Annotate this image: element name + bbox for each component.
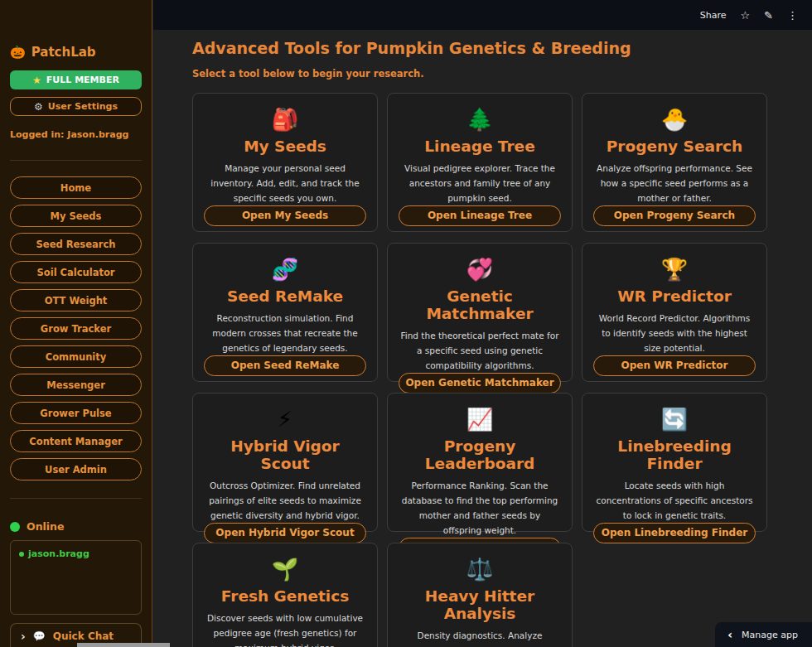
card-title: Heavy Hitter Analysis	[399, 587, 561, 622]
card-title: Progeny Leaderboard	[399, 437, 561, 472]
open-progeny-search-button[interactable]: Open Progeny Search	[593, 205, 756, 226]
online-label: Online	[27, 520, 64, 533]
online-status: Online	[10, 520, 142, 533]
card-description: Manage your personal seed inventory. Add…	[204, 161, 366, 205]
card-title: My Seeds	[244, 138, 326, 155]
seed-remake-icon: 🧬	[272, 256, 298, 283]
online-username: jason.bragg	[28, 548, 89, 559]
sidebar-item-my-seeds[interactable]: My Seeds	[10, 205, 142, 227]
progeny-leaderboard-icon: 📈	[466, 406, 493, 433]
wr-predictor-icon: 🏆	[661, 256, 688, 283]
main-content: Advanced Tools for Pumpkin Genetics & Br…	[153, 30, 812, 647]
sidebar: 🎃 PatchLab ★ FULL MEMBER ⚙ User Settings…	[0, 0, 152, 647]
tool-card-heavy-hitter-analysis: ⚖️Heavy Hitter AnalysisDensity diagnosti…	[387, 543, 573, 647]
app-name: PatchLab	[31, 45, 96, 60]
open-seed-remake-button[interactable]: Open Seed ReMake	[204, 355, 366, 376]
card-title: Progeny Search	[607, 138, 742, 155]
tool-card-wr-predictor: 🏆WR PredictorWorld Record Predictor. Alg…	[582, 243, 767, 382]
card-description: Analyze offspring performance. See how a…	[593, 161, 756, 205]
sidebar-nav: HomeMy SeedsSeed ResearchSoil Calculator…	[10, 176, 142, 480]
fresh-genetics-icon: 🌱	[272, 556, 298, 583]
tool-card-progeny-search: 🐣Progeny SearchAnalyze offspring perform…	[582, 93, 767, 232]
sidebar-item-messenger[interactable]: Messenger	[10, 374, 142, 396]
pencil-edit-icon[interactable]: ✎	[764, 10, 773, 21]
horizontal-scrollbar-thumb[interactable]	[77, 643, 170, 647]
card-description: Outcross Optimizer. Find unrelated pairi…	[204, 478, 366, 523]
hybrid-vigor-scout-icon: ⚡	[278, 406, 292, 433]
card-title: Hybrid Vigor Scout	[204, 437, 366, 472]
tool-card-lineage-tree: 🌲Lineage TreeVisual pedigree explorer. T…	[387, 93, 573, 232]
page-title: Advanced Tools for Pumpkin Genetics & Br…	[192, 39, 812, 57]
sidebar-item-content-manager[interactable]: Content Manager	[10, 430, 142, 452]
lineage-tree-icon: 🌲	[466, 106, 493, 133]
page-subtitle: Select a tool below to begin your resear…	[192, 68, 812, 80]
sidebar-item-home[interactable]: Home	[10, 176, 142, 199]
app-logo: 🎃 PatchLab	[10, 45, 142, 60]
user-settings-label: User Settings	[48, 101, 118, 112]
tool-card-seed-remake: 🧬Seed ReMakeReconstruction simulation. F…	[192, 243, 378, 382]
card-description: Reconstruction simulation. Find modern c…	[204, 311, 366, 355]
manage-app-button[interactable]: ‹ Manage app	[715, 622, 812, 647]
kebab-menu-icon[interactable]: ⋮	[787, 10, 798, 21]
open-wr-predictor-button[interactable]: Open WR Predictor	[593, 355, 756, 376]
top-header-bar: Share ☆ ✎ ⋮	[153, 0, 812, 30]
card-description: Locate seeds with high concentrations of…	[593, 478, 756, 523]
card-description: Visual pedigree explorer. Trace the ance…	[399, 161, 561, 205]
sidebar-item-grower-pulse[interactable]: Grower Pulse	[10, 402, 142, 424]
full-member-badge[interactable]: ★ FULL MEMBER	[10, 70, 142, 89]
speech-bubble-icon: 💬	[33, 630, 46, 642]
linebreeding-finder-icon: 🔄	[661, 406, 688, 433]
open-genetic-matchmaker-button[interactable]: Open Genetic Matchmaker	[399, 373, 561, 394]
pumpkin-icon: 🎃	[10, 45, 26, 60]
my-seeds-icon: 🎒	[272, 106, 298, 133]
progeny-search-icon: 🐣	[661, 106, 688, 133]
heavy-hitter-analysis-icon: ⚖️	[466, 556, 493, 583]
open-hybrid-vigor-scout-button[interactable]: Open Hybrid Vigor Scout	[204, 523, 366, 543]
full-member-label: FULL MEMBER	[46, 75, 119, 85]
open-my-seeds-button[interactable]: Open My Seeds	[204, 205, 366, 226]
tools-grid: 🎒My SeedsManage your personal seed inven…	[192, 93, 767, 647]
online-user-row[interactable]: jason.bragg	[19, 548, 133, 559]
gear-icon: ⚙	[34, 101, 43, 113]
chevron-right-icon: ›	[21, 630, 26, 643]
tool-card-progeny-leaderboard: 📈Progeny LeaderboardPerformance Ranking.…	[387, 393, 573, 532]
card-description: Performance Ranking. Scan the database t…	[399, 478, 561, 538]
card-title: WR Predictor	[617, 287, 732, 305]
sidebar-item-user-admin[interactable]: User Admin	[10, 458, 142, 480]
tool-card-genetic-matchmaker: 💞Genetic MatchmakerFind the theoretical …	[387, 243, 573, 382]
sidebar-item-ott-weight[interactable]: OTT Weight	[10, 289, 142, 311]
sidebar-item-grow-tracker[interactable]: Grow Tracker	[10, 317, 142, 340]
card-title: Genetic Matchmaker	[399, 287, 561, 322]
online-dot-icon	[10, 522, 20, 532]
card-description: Discover seeds with low cumulative pedig…	[204, 611, 366, 647]
sidebar-divider	[10, 498, 142, 499]
tool-card-hybrid-vigor-scout: ⚡Hybrid Vigor ScoutOutcross Optimizer. F…	[192, 393, 378, 532]
card-title: Fresh Genetics	[221, 587, 349, 605]
star-outline-icon[interactable]: ☆	[740, 10, 750, 21]
quick-chat-label: Quick Chat	[53, 630, 114, 642]
sidebar-item-soil-calculator[interactable]: Soil Calculator	[10, 261, 142, 283]
star-icon: ★	[32, 75, 41, 86]
card-description: Density diagnostics. Analyze environment…	[399, 628, 561, 647]
open-lineage-tree-button[interactable]: Open Lineage Tree	[399, 205, 561, 226]
card-title: Seed ReMake	[227, 287, 343, 305]
tool-card-linebreeding-finder: 🔄Linebreeding FinderLocate seeds with hi…	[582, 393, 767, 532]
card-description: Find the theoretical perfect mate for a …	[399, 328, 561, 373]
sidebar-item-community[interactable]: Community	[10, 345, 142, 368]
chevron-left-icon: ‹	[727, 629, 732, 640]
online-users-box: jason.bragg	[10, 540, 142, 615]
tool-card-my-seeds: 🎒My SeedsManage your personal seed inven…	[192, 93, 378, 232]
user-online-dot-icon	[19, 552, 24, 557]
card-description: World Record Predictor. Algorithms to id…	[593, 311, 756, 355]
manage-app-label: Manage app	[742, 630, 798, 640]
open-linebreeding-finder-button[interactable]: Open Linebreeding Finder	[593, 523, 756, 543]
logged-in-text: Logged in: Jason.bragg	[10, 129, 142, 140]
share-button[interactable]: Share	[700, 10, 727, 21]
card-title: Linebreeding Finder	[593, 437, 756, 472]
sidebar-item-seed-research[interactable]: Seed Research	[10, 233, 142, 255]
genetic-matchmaker-icon: 💞	[466, 256, 493, 283]
user-settings-button[interactable]: ⚙ User Settings	[10, 97, 142, 116]
sidebar-divider	[10, 160, 142, 161]
card-title: Lineage Tree	[424, 138, 534, 155]
tool-card-fresh-genetics: 🌱Fresh GeneticsDiscover seeds with low c…	[192, 543, 378, 647]
